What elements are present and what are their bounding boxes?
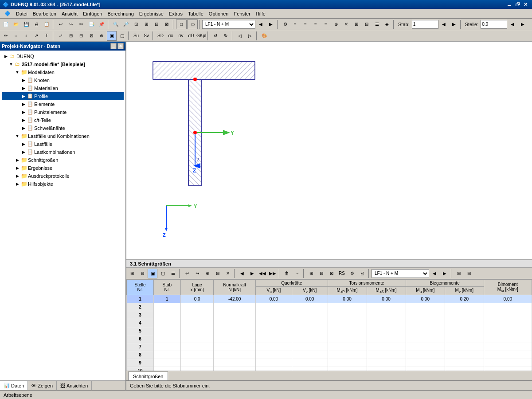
table-cell[interactable] bbox=[484, 343, 532, 351]
menu-optionen[interactable]: Optionen bbox=[206, 10, 231, 17]
tree-item-lastkombinationen[interactable]: ▶ 📋 Lastkombinationen bbox=[2, 148, 124, 156]
tab-schnittgroessen[interactable]: Schnittgrößen bbox=[128, 372, 168, 380]
bp-tb-btn23[interactable]: ⊞ bbox=[454, 269, 464, 278]
tb-btn8[interactable]: ✂ bbox=[76, 20, 86, 29]
table-row[interactable]: 8 bbox=[127, 351, 532, 359]
table-cell[interactable] bbox=[406, 367, 445, 371]
tree-item-ergebnisse[interactable]: ▶ 📁 Ergebnisse bbox=[2, 164, 124, 172]
table-cell[interactable] bbox=[214, 351, 256, 359]
table-cell[interactable] bbox=[153, 359, 180, 367]
tb-btn5[interactable]: 📋 bbox=[42, 20, 51, 29]
bp-tb-btn7[interactable]: ↪ bbox=[192, 269, 202, 278]
expand-schnitt[interactable]: ▶ bbox=[14, 157, 20, 163]
tb2-btn22[interactable]: ◁ bbox=[235, 31, 245, 41]
table-cell[interactable] bbox=[153, 335, 180, 343]
tb-btn26[interactable]: ✕ bbox=[341, 20, 351, 29]
table-cell[interactable] bbox=[153, 367, 180, 371]
prev-stelle[interactable]: ◀ bbox=[508, 20, 517, 29]
table-cell[interactable]: 0.0 bbox=[180, 295, 213, 303]
table-cell[interactable]: 0.00 bbox=[367, 295, 406, 303]
table-cell[interactable] bbox=[484, 351, 532, 359]
table-cell[interactable]: 2 bbox=[127, 303, 154, 311]
table-cell[interactable] bbox=[256, 343, 292, 351]
table-cell[interactable]: 0.00 bbox=[256, 295, 292, 303]
table-row[interactable]: 110.0-42.000.000.000.000.000.000.200.00 bbox=[127, 295, 532, 303]
tb-paste[interactable]: 📌 bbox=[97, 20, 106, 29]
table-cell[interactable] bbox=[256, 311, 292, 319]
table-cell[interactable] bbox=[484, 359, 532, 367]
expand-ergebnisse[interactable]: ▶ bbox=[14, 165, 20, 171]
tree-item-hilfsobjekte[interactable]: ▶ 📁 Hilfsobjekte bbox=[2, 180, 124, 188]
bp-tb-btn5[interactable]: ☰ bbox=[168, 269, 178, 278]
table-cell[interactable]: 4 bbox=[127, 319, 154, 327]
tb-open[interactable]: 📂 bbox=[11, 20, 21, 29]
bp-tb-btn6[interactable]: ↩ bbox=[182, 269, 192, 278]
nav-tab-daten[interactable]: 📊 Daten bbox=[0, 381, 28, 390]
table-cell[interactable] bbox=[153, 343, 180, 351]
tb-save[interactable]: 💾 bbox=[21, 20, 31, 29]
tb-btn27[interactable]: ⊞ bbox=[352, 20, 361, 29]
tb2-btn13[interactable]: Su bbox=[131, 31, 141, 41]
table-cell[interactable]: 0.00 bbox=[484, 295, 532, 303]
expand-knoten[interactable]: ▶ bbox=[20, 77, 27, 83]
table-cell[interactable] bbox=[256, 359, 292, 367]
table-cell[interactable] bbox=[256, 335, 292, 343]
next-stab[interactable]: ▶ bbox=[449, 20, 459, 29]
table-cell[interactable] bbox=[367, 351, 406, 359]
bp-next[interactable]: ▶ bbox=[440, 269, 450, 278]
table-cell[interactable] bbox=[367, 367, 406, 371]
table-cell[interactable] bbox=[292, 335, 328, 343]
table-cell[interactable] bbox=[256, 367, 292, 371]
tb2-btn9[interactable]: ⊠ bbox=[86, 31, 96, 41]
table-cell[interactable] bbox=[256, 319, 292, 327]
table-cell[interactable] bbox=[292, 327, 328, 335]
table-cell[interactable] bbox=[406, 351, 445, 359]
tb-undo[interactable]: ↩ bbox=[56, 20, 66, 29]
table-cell[interactable] bbox=[367, 319, 406, 327]
tb-btn30[interactable]: ◈ bbox=[382, 20, 392, 29]
expand-hilfsobjekte[interactable]: ▶ bbox=[14, 181, 20, 187]
next-load[interactable]: ▶ bbox=[266, 20, 276, 29]
table-cell[interactable] bbox=[445, 335, 484, 343]
tree-item-modelldaten[interactable]: ▼ 📁 Modelldaten bbox=[2, 68, 124, 76]
tb2-btn4[interactable]: ↗ bbox=[31, 31, 41, 41]
table-cell[interactable] bbox=[292, 367, 328, 371]
table-cell[interactable] bbox=[445, 327, 484, 335]
tb2-btn3[interactable]: ↕ bbox=[21, 31, 31, 41]
table-cell[interactable] bbox=[256, 351, 292, 359]
table-cell[interactable] bbox=[445, 311, 484, 319]
table-cell[interactable]: 10 bbox=[127, 367, 154, 371]
expand-ausdruckprot[interactable]: ▶ bbox=[14, 173, 20, 179]
table-row[interactable]: 6 bbox=[127, 335, 532, 343]
menu-datei[interactable]: Datei bbox=[13, 10, 30, 17]
tb-zoom-out[interactable]: 🔎 bbox=[121, 20, 131, 29]
tree-item-ct-teile[interactable]: ▶ 📋 c/t-Teile bbox=[2, 116, 124, 124]
table-cell[interactable]: 5 bbox=[127, 327, 154, 335]
table-cell[interactable] bbox=[214, 327, 256, 335]
bp-tb-btn2[interactable]: ⊟ bbox=[137, 269, 147, 278]
menu-tabelle[interactable]: Tabelle bbox=[185, 10, 206, 17]
nav-tab-zeigen[interactable]: 👁 Zeigen bbox=[28, 381, 57, 390]
tree-item-schweissnaehte[interactable]: ▶ 📋 Schweißnähte bbox=[2, 124, 124, 132]
table-cell[interactable] bbox=[367, 359, 406, 367]
tb2-btn17[interactable]: σv bbox=[176, 31, 186, 41]
table-cell[interactable] bbox=[180, 311, 213, 319]
tb2-btn8[interactable]: ⊟ bbox=[76, 31, 86, 41]
table-row[interactable]: 5 bbox=[127, 327, 532, 335]
expand-materialien[interactable]: ▶ bbox=[20, 85, 27, 91]
table-cell[interactable] bbox=[445, 343, 484, 351]
tb-print[interactable]: 🖨 bbox=[31, 20, 41, 29]
tb-redo[interactable]: ↪ bbox=[66, 20, 76, 29]
table-cell[interactable] bbox=[180, 367, 213, 371]
table-cell[interactable] bbox=[328, 311, 367, 319]
menu-fenster[interactable]: Fenster bbox=[231, 10, 253, 17]
tree-item-elemente[interactable]: ▶ 📋 Elemente bbox=[2, 100, 124, 108]
tb-btn18[interactable]: □ bbox=[176, 20, 187, 29]
bp-prev[interactable]: ◀ bbox=[430, 269, 439, 278]
table-cell[interactable] bbox=[328, 319, 367, 327]
expand-ct[interactable]: ▶ bbox=[20, 117, 27, 123]
bp-tb-btn20[interactable]: RS bbox=[337, 269, 347, 278]
table-cell[interactable]: 0.00 bbox=[406, 295, 445, 303]
table-cell[interactable] bbox=[153, 327, 180, 335]
data-table-wrapper[interactable]: StelleNr. StabNr. Lagex [mm] Normalkraft… bbox=[126, 279, 532, 371]
